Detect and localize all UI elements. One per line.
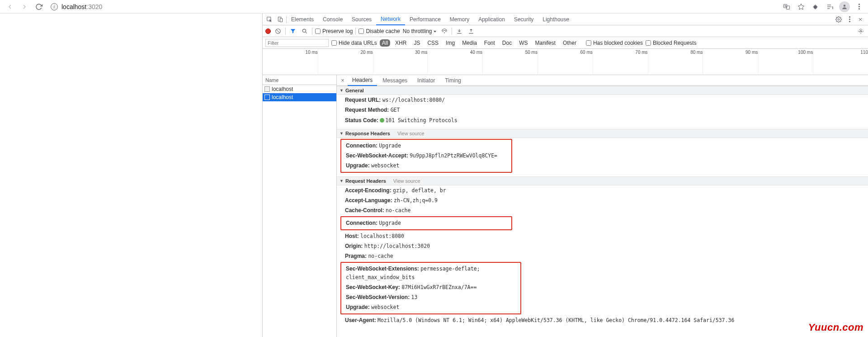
network-settings-icon[interactable] <box>856 27 865 36</box>
section-general[interactable]: ▼General <box>337 86 868 95</box>
timeline-tick: 50 ms <box>525 50 538 55</box>
clear-button[interactable] <box>274 27 283 36</box>
hide-data-urls-checkbox[interactable]: Hide data URLs <box>331 40 377 46</box>
document-icon <box>264 86 270 92</box>
filter-type-css[interactable]: CSS <box>425 39 441 47</box>
reload-button[interactable] <box>33 0 45 13</box>
profile-avatar[interactable] <box>839 1 850 12</box>
extensions-icon[interactable] <box>810 1 821 12</box>
svg-point-16 <box>860 30 862 32</box>
filter-type-all[interactable]: All <box>380 39 390 47</box>
header-row: Upgrade: websocket <box>341 302 520 312</box>
inspect-element-icon[interactable] <box>264 14 274 24</box>
header-row: Origin: http://localhost:3020 <box>337 241 868 251</box>
filter-input[interactable] <box>265 39 329 47</box>
header-row: Sec-WebSocket-Extensions: permessage-def… <box>341 264 520 282</box>
timeline-tick: 40 ms <box>470 50 482 55</box>
filter-type-xhr[interactable]: XHR <box>393 39 409 47</box>
header-row: Host: localhost:8080 <box>337 231 868 241</box>
tab-performance[interactable]: Performance <box>405 14 445 25</box>
request-list-header[interactable]: Name <box>263 75 336 85</box>
throttling-dropdown[interactable]: No throttling <box>403 28 438 34</box>
devtools-more-icon[interactable] <box>844 14 854 24</box>
timeline-tick: 10 ms <box>306 50 318 55</box>
network-timeline[interactable]: 10 ms 20 ms 30 ms 40 ms 50 ms 60 ms 70 m… <box>263 49 868 75</box>
devtools-panel: Elements Console Sources Network Perform… <box>262 14 868 337</box>
timeline-tick: 30 ms <box>415 50 427 55</box>
header-row: Request Method: GET <box>337 105 868 115</box>
devtools-settings-icon[interactable] <box>834 14 844 24</box>
back-button[interactable] <box>4 0 16 13</box>
tab-elements[interactable]: Elements <box>287 14 318 25</box>
view-source-link[interactable]: View source <box>393 178 420 184</box>
preserve-log-checkbox[interactable]: Preserve log <box>315 28 353 34</box>
header-row: Sec-WebSocket-Accept: 9u9ppJ8pfln2PtzRWE… <box>341 151 511 161</box>
import-har-icon[interactable] <box>455 27 464 36</box>
devtools-tabs: Elements Console Sources Network Perform… <box>263 14 868 25</box>
detail-tab-initiator[interactable]: Initiator <box>413 75 439 86</box>
section-request-headers[interactable]: ▼Request HeadersView source <box>337 176 868 185</box>
watermark: Yuucn.com <box>808 322 863 333</box>
svg-point-13 <box>302 29 306 32</box>
svg-rect-9 <box>280 18 282 22</box>
filter-type-other[interactable]: Other <box>561 39 579 47</box>
translate-icon[interactable] <box>781 1 792 12</box>
tab-network[interactable]: Network <box>376 14 405 25</box>
network-conditions-icon[interactable] <box>440 27 449 36</box>
filter-type-media[interactable]: Media <box>460 39 479 47</box>
view-source-link[interactable]: View source <box>397 131 425 136</box>
detail-tab-messages[interactable]: Messages <box>378 75 412 86</box>
blocked-requests-checkbox[interactable]: Blocked Requests <box>646 40 697 46</box>
devtools-close-icon[interactable] <box>855 14 865 24</box>
filter-icon[interactable] <box>288 27 297 36</box>
highlight-box: Connection: Upgrade Sec-WebSocket-Accept… <box>340 139 512 173</box>
tab-lighthouse[interactable]: Lighthouse <box>538 14 574 25</box>
request-row[interactable]: localhost <box>263 93 336 101</box>
section-response-headers[interactable]: ▼Response HeadersView source <box>337 129 868 138</box>
record-button[interactable] <box>265 28 271 34</box>
export-har-icon[interactable] <box>467 27 476 36</box>
tab-memory[interactable]: Memory <box>445 14 474 25</box>
filter-type-doc[interactable]: Doc <box>500 39 514 47</box>
forward-button[interactable] <box>18 0 31 13</box>
disable-cache-checkbox[interactable]: Disable cache <box>359 28 400 34</box>
header-row: Pragma: no-cache <box>337 251 868 261</box>
device-toggle-icon[interactable] <box>275 14 285 24</box>
reading-list-icon[interactable] <box>825 1 835 12</box>
tab-security[interactable]: Security <box>509 14 538 25</box>
tab-sources[interactable]: Sources <box>347 14 376 25</box>
filter-type-manifest[interactable]: Manifest <box>533 39 558 47</box>
header-row: Accept-Language: zh-CN,zh;q=0.9 <box>337 195 868 205</box>
status-dot-icon <box>380 118 384 123</box>
timeline-tick: 110 <box>860 50 868 55</box>
svg-point-15 <box>444 32 445 33</box>
timeline-tick: 90 ms <box>745 50 758 55</box>
filter-type-font[interactable]: Font <box>482 39 497 47</box>
header-row: Cache-Control: no-cache <box>337 205 868 215</box>
url-text: localhost:3020 <box>61 3 102 10</box>
close-details-icon[interactable]: × <box>339 77 347 84</box>
tab-application[interactable]: Application <box>474 14 509 25</box>
bookmark-star-icon[interactable] <box>796 1 807 12</box>
header-row: Request URL: ws://localhost:8080/ <box>337 95 868 105</box>
request-name: localhost <box>272 86 293 92</box>
request-row[interactable]: localhost <box>263 85 336 93</box>
highlight-box: Sec-WebSocket-Extensions: permessage-def… <box>340 262 521 314</box>
chrome-menu-icon[interactable] <box>854 1 864 12</box>
address-bar[interactable]: i localhost:3020 <box>51 0 752 13</box>
header-row: Sec-WebSocket-Version: 13 <box>341 292 520 302</box>
svg-line-12 <box>277 29 280 33</box>
detail-tab-timing[interactable]: Timing <box>440 75 466 86</box>
filter-type-img[interactable]: Img <box>443 39 457 47</box>
has-blocked-cookies-checkbox[interactable]: Has blocked cookies <box>586 40 643 46</box>
svg-point-6 <box>844 5 846 7</box>
tab-console[interactable]: Console <box>318 14 347 25</box>
header-row: Sec-WebSocket-Key: 87Mi6H1wGxR7rBEZnxa/7… <box>341 282 520 292</box>
filter-type-ws[interactable]: WS <box>517 39 530 47</box>
site-info-icon[interactable]: i <box>51 3 58 10</box>
svg-line-14 <box>305 32 307 33</box>
filter-type-js[interactable]: JS <box>411 39 422 47</box>
detail-tab-headers[interactable]: Headers <box>348 75 377 86</box>
divider <box>285 28 286 35</box>
search-icon[interactable] <box>300 27 309 36</box>
